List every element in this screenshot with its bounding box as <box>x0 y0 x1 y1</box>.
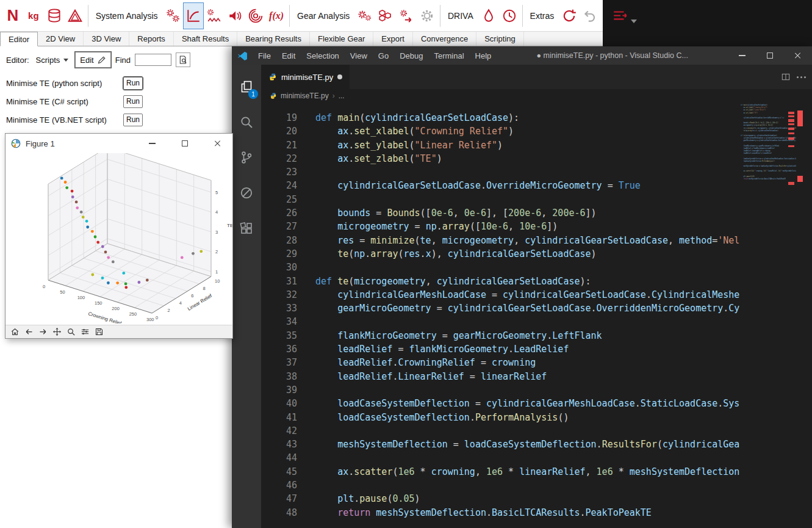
code-editor[interactable]: 1920212223242526272829303132333435363738… <box>261 103 812 528</box>
menu-selection[interactable]: Selection <box>301 46 344 65</box>
menu-terminal[interactable]: Terminal <box>428 46 469 65</box>
figure-titlebar[interactable]: Figure 1 <box>5 134 232 153</box>
source-control-icon[interactable] <box>232 143 261 172</box>
scripts-dropdown[interactable]: Scripts <box>34 54 71 67</box>
database-icon[interactable] <box>44 2 65 29</box>
chevron-down-icon[interactable] <box>631 20 637 23</box>
minimize-button[interactable] <box>728 46 756 65</box>
function-icon[interactable]: f(x) <box>266 2 287 29</box>
find-input[interactable] <box>135 54 171 66</box>
toolbar-group-label: System Analysis <box>96 11 158 21</box>
gear-set-icon[interactable] <box>354 2 375 29</box>
line-number: 39 <box>261 383 297 397</box>
line-number: 24 <box>261 179 297 192</box>
forward-icon[interactable] <box>38 327 48 336</box>
menu-file[interactable]: File <box>253 46 276 65</box>
driva-drop-icon[interactable] <box>478 2 499 29</box>
breadcrumb-more[interactable]: ... <box>339 92 345 100</box>
run-button[interactable]: Run <box>123 77 143 90</box>
code-line <box>315 261 739 274</box>
units-kg-icon[interactable]: kg <box>23 2 44 29</box>
search-icon[interactable] <box>232 107 261 137</box>
close-button[interactable] <box>209 137 226 150</box>
tab-minimiseTE-py[interactable]: minimiseTE.py <box>261 65 350 89</box>
minimap-error-mark <box>788 123 794 125</box>
tab-shaft-results[interactable]: Shaft Results <box>174 32 237 46</box>
save-icon[interactable] <box>95 327 104 336</box>
run-button[interactable]: Run <box>123 95 143 108</box>
acoustics-icon[interactable] <box>225 2 245 29</box>
svg-text:4: 4 <box>215 209 218 215</box>
vscode-titlebar[interactable]: FileEditSelectionViewGoDebugTerminalHelp… <box>232 46 812 65</box>
extensions-icon[interactable] <box>232 214 261 243</box>
unsaved-dot-icon <box>337 74 342 79</box>
menu-help[interactable]: Help <box>470 46 497 65</box>
code-content[interactable]: def main(cylindricalGearSetLoadCase): ax… <box>315 111 739 519</box>
menu-go[interactable]: Go <box>373 46 394 65</box>
split-editor-icon[interactable] <box>781 72 791 82</box>
script-list-icon[interactable] <box>609 5 631 27</box>
minimap-error-mark <box>788 119 794 122</box>
line-number: 45 <box>261 465 297 479</box>
code-line: te(np.array(res.x), cylindricalGearSetLo… <box>315 247 739 261</box>
gear-disabled-icon[interactable] <box>417 2 437 29</box>
undo-icon[interactable] <box>580 2 600 29</box>
line-number: 26 <box>261 206 297 220</box>
find-next-button[interactable] <box>176 52 190 67</box>
menu-edit[interactable]: Edit <box>276 46 301 65</box>
gear-pair-icon[interactable] <box>163 2 184 29</box>
tab-export[interactable]: Export <box>373 32 413 46</box>
pan-icon[interactable] <box>52 327 62 336</box>
breadcrumb-file[interactable]: minimiseTE.py <box>281 92 329 100</box>
run-button[interactable]: Run <box>123 114 143 126</box>
minimize-button[interactable] <box>143 137 160 150</box>
zoom-icon[interactable] <box>66 327 76 336</box>
gear-spring-icon[interactable] <box>204 2 225 29</box>
more-actions-icon[interactable] <box>800 76 802 78</box>
back-icon[interactable] <box>24 327 34 336</box>
code-line: ax.set_xlabel("Crowning Relief") <box>315 125 739 138</box>
refresh-icon[interactable] <box>559 2 580 29</box>
edit-button[interactable]: Edit <box>75 52 110 68</box>
code-line: gearMicroGeometry = cylindricalGearSetLo… <box>315 302 739 315</box>
line-number: 36 <box>261 342 297 356</box>
menu-view[interactable]: View <box>345 46 373 65</box>
line-number: 28 <box>261 234 297 247</box>
svg-text:0: 0 <box>43 284 45 289</box>
minimap[interactable]: def main(cylindricalGearSetLoadCase): ax… <box>739 103 796 528</box>
line-number: 38 <box>261 370 297 383</box>
tab-scripting[interactable]: Scripting <box>476 32 524 46</box>
debug-icon[interactable] <box>232 178 261 208</box>
code-line: ax.scatter(1e6 * crowning, 1e6 * linearR… <box>315 465 739 479</box>
menu-debug[interactable]: Debug <box>394 46 428 65</box>
tab-reports[interactable]: Reports <box>129 32 174 46</box>
maximize-button[interactable] <box>176 137 193 150</box>
time-series-icon[interactable] <box>499 2 520 29</box>
triangle-analysis-icon[interactable] <box>65 2 85 29</box>
toolbar-separator <box>88 5 88 27</box>
code-line: ax.set_zlabel("TE") <box>315 152 739 165</box>
pencil-icon <box>97 56 106 65</box>
explorer-icon[interactable]: 1 <box>232 72 261 101</box>
tab-convergence[interactable]: Convergence <box>413 32 476 46</box>
breadcrumb[interactable]: minimiseTE.py › ... <box>261 89 812 103</box>
mesh-grid-icon[interactable] <box>375 2 396 29</box>
maximize-button[interactable] <box>756 46 784 65</box>
tab-editor[interactable]: Editor <box>0 32 38 46</box>
tab-3d-view[interactable]: 3D View <box>84 32 129 46</box>
gear-export-icon[interactable] <box>396 2 417 29</box>
gear-chart-icon[interactable] <box>183 2 204 29</box>
masta-logo[interactable]: N <box>2 2 23 29</box>
home-icon[interactable] <box>10 327 20 336</box>
tab-flexible-gear[interactable]: Flexible Gear <box>310 32 373 46</box>
svg-text:Crowning Relief: Crowning Relief <box>87 311 122 324</box>
close-button[interactable] <box>784 46 812 65</box>
scrollbar-overview-ruler[interactable] <box>796 103 812 528</box>
svg-text:0: 0 <box>156 315 158 320</box>
script-name: Minimise TE (VB.NET script) <box>6 115 123 125</box>
tab-bearing-results[interactable]: Bearing Results <box>237 32 310 46</box>
subplots-icon[interactable] <box>81 327 90 336</box>
whine-waterfall-icon[interactable] <box>245 2 266 29</box>
tab-2d-view[interactable]: 2D View <box>38 32 84 46</box>
toolbar-separator <box>440 5 440 27</box>
